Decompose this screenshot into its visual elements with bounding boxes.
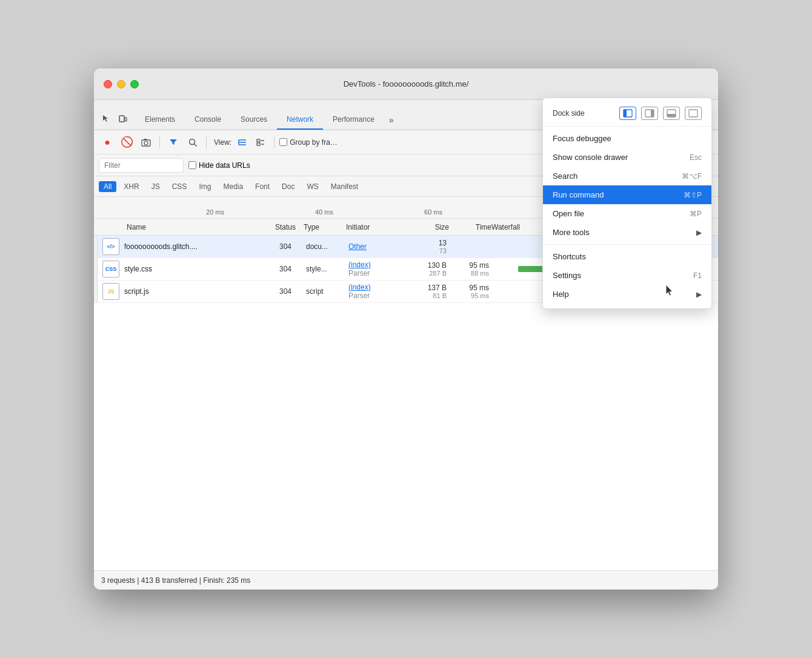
svg-rect-4 xyxy=(144,139,147,140)
menu-item-search[interactable]: Search ⌘⌥F xyxy=(543,167,711,185)
view-label: View: xyxy=(214,138,231,147)
more-tools-arrow: ▶ xyxy=(696,228,702,237)
type-btn-js[interactable]: JS xyxy=(147,181,165,192)
col-header-initiator[interactable]: Initiator xyxy=(346,223,407,231)
menu-item-run-command[interactable]: Run command ⌘⇧P xyxy=(543,185,711,204)
tab-overflow-button[interactable]: » xyxy=(384,110,399,130)
dock-right-icon[interactable] xyxy=(641,107,658,120)
type-btn-manifest[interactable]: Manifest xyxy=(326,181,363,192)
dock-bottom-icon[interactable] xyxy=(663,107,680,120)
col-header-type[interactable]: Type xyxy=(304,223,346,231)
minimize-button[interactable] xyxy=(117,80,125,88)
menu-item-help[interactable]: Help ▶ xyxy=(543,285,711,304)
tab-elements[interactable]: Elements xyxy=(135,110,185,130)
svg-rect-1 xyxy=(125,118,127,121)
filter-input[interactable] xyxy=(99,158,184,173)
menu-item-open-file[interactable]: Open file ⌘P xyxy=(543,204,711,223)
col-header-name[interactable]: Name xyxy=(98,223,267,231)
col-header-size[interactable]: Size xyxy=(407,223,449,231)
svg-line-6 xyxy=(195,144,197,146)
row-status-3: 304 xyxy=(267,281,304,302)
context-menu: Dock side xyxy=(542,98,712,309)
row-initiator-primary-3: (index) xyxy=(348,283,404,291)
timeline-label-60ms: 60 ms xyxy=(379,208,488,216)
toolbar-divider-2 xyxy=(206,136,207,148)
dock-left-icon[interactable] xyxy=(619,107,636,120)
filter-button[interactable] xyxy=(165,134,182,151)
maximize-button[interactable] xyxy=(130,80,139,88)
device-icon[interactable] xyxy=(116,111,130,126)
view-icons xyxy=(234,134,269,151)
help-arrow: ▶ xyxy=(696,290,702,299)
menu-divider-2 xyxy=(543,244,711,245)
row-filename-2: style.css xyxy=(124,265,152,273)
menu-item-settings[interactable]: Settings F1 xyxy=(543,266,711,285)
record-button[interactable]: ● xyxy=(99,134,116,151)
hide-data-urls-label: Hide data URLs xyxy=(199,161,250,170)
tab-performance[interactable]: Performance xyxy=(323,110,384,130)
inspect-icon[interactable] xyxy=(99,111,113,126)
file-icon-1: </> xyxy=(102,238,119,255)
dock-icons xyxy=(619,107,702,120)
clear-button[interactable]: 🚫 xyxy=(118,134,135,151)
menu-divider-1 xyxy=(543,126,711,127)
row-initiator-secondary-3: Parser xyxy=(348,291,404,300)
dock-side-label: Dock side xyxy=(553,109,585,118)
row-name-2: CSS style.css xyxy=(98,258,267,280)
title-bar: DevTools - fooooooooods.glitch.me/ xyxy=(94,68,718,100)
hide-data-urls-input[interactable] xyxy=(188,161,196,169)
tab-list: Elements Console Sources Network Perform… xyxy=(135,110,399,130)
menu-item-show-console-drawer[interactable]: Show console drawer Esc xyxy=(543,148,711,167)
row-filename-1: fooooooooods.glitch.... xyxy=(124,242,198,251)
timeline-label-20ms: 20 ms xyxy=(161,208,270,216)
close-button[interactable] xyxy=(104,80,112,88)
large-view-button[interactable] xyxy=(252,134,269,151)
col-header-status[interactable]: Status xyxy=(267,223,304,231)
menu-item-shortcuts[interactable]: Shortcuts xyxy=(543,247,711,266)
row-status-1: 304 xyxy=(267,236,304,258)
type-btn-img[interactable]: Img xyxy=(194,181,216,192)
type-btn-media[interactable]: Media xyxy=(218,181,248,192)
row-initiator-1: Other xyxy=(346,236,407,258)
hide-data-urls-checkbox[interactable]: Hide data URLs xyxy=(188,161,250,170)
row-size-2: 130 B 287 B xyxy=(407,258,449,280)
type-btn-css[interactable]: CSS xyxy=(167,181,192,192)
row-time-1 xyxy=(449,236,491,258)
row-size-3: 137 B 81 B xyxy=(407,281,449,302)
group-by-frame-input[interactable] xyxy=(279,138,287,146)
row-initiator-3: (index) Parser xyxy=(346,281,407,302)
type-btn-ws[interactable]: WS xyxy=(302,181,323,192)
file-icon-2: CSS xyxy=(102,261,119,277)
svg-rect-16 xyxy=(624,110,627,117)
row-initiator-2: (index) Parser xyxy=(346,258,407,280)
tab-sources[interactable]: Sources xyxy=(231,110,277,130)
type-btn-font[interactable]: Font xyxy=(250,181,275,192)
menu-item-focus-debuggee[interactable]: Focus debuggee xyxy=(543,129,711,148)
tab-network[interactable]: Network xyxy=(277,110,323,130)
type-btn-doc[interactable]: Doc xyxy=(277,181,299,192)
svg-point-3 xyxy=(144,141,148,145)
type-btn-all[interactable]: All xyxy=(99,181,116,192)
list-view-button[interactable] xyxy=(234,134,251,151)
tab-bar-tools xyxy=(99,111,130,130)
col-header-time[interactable]: Time xyxy=(449,223,491,231)
svg-rect-11 xyxy=(257,139,260,142)
group-by-frame-checkbox[interactable]: Group by fra… xyxy=(279,138,338,147)
row-type-2: style... xyxy=(304,258,346,280)
status-text: 3 requests | 413 B transferred | Finish:… xyxy=(101,576,250,585)
group-by-frame-label: Group by fra… xyxy=(290,138,338,147)
toolbar-divider-3 xyxy=(274,136,275,148)
row-initiator-primary-1: Other xyxy=(348,242,404,251)
window-title: DevTools - fooooooooods.glitch.me/ xyxy=(344,79,469,88)
menu-item-more-tools[interactable]: More tools ▶ xyxy=(543,223,711,242)
tab-console[interactable]: Console xyxy=(185,110,231,130)
row-filename-3: script.js xyxy=(124,287,149,296)
type-btn-xhr[interactable]: XHR xyxy=(119,181,144,192)
dock-separate-icon[interactable] xyxy=(685,107,702,120)
svg-rect-12 xyxy=(257,143,260,145)
row-name-1: </> fooooooooods.glitch.... xyxy=(98,236,267,258)
row-time-3: 95 ms 95 ms xyxy=(449,281,491,302)
screenshot-button[interactable] xyxy=(138,134,155,151)
search-button[interactable] xyxy=(184,134,201,151)
toolbar-divider-1 xyxy=(159,136,160,148)
